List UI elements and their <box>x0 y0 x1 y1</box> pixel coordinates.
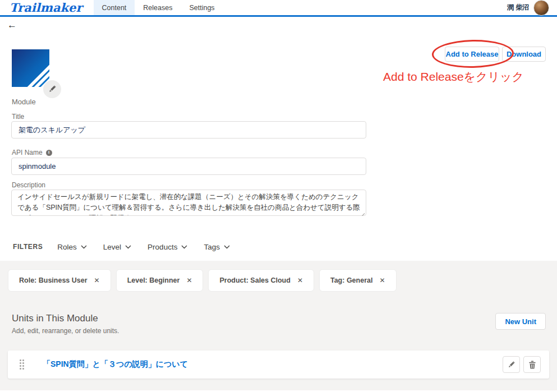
trailmaker-logo[interactable]: Trailmaker <box>0 2 94 13</box>
navbar: Trailmaker Content Releases Settings 潤 柴… <box>0 0 557 17</box>
filter-dropdown-level-label: Level <box>103 243 121 251</box>
filter-dropdown-products[interactable]: Products <box>148 243 187 251</box>
add-to-release-button[interactable]: Add to Release <box>445 47 499 62</box>
tab-releases[interactable]: Releases <box>135 0 181 15</box>
new-unit-button[interactable]: New Unit <box>495 313 546 330</box>
drag-handle-icon[interactable] <box>20 359 24 370</box>
tab-settings[interactable]: Settings <box>181 0 223 15</box>
delete-unit-button[interactable] <box>523 356 541 373</box>
chevron-down-icon <box>224 245 230 249</box>
back-arrow-icon[interactable]: ← <box>7 20 17 30</box>
filters-label: FILTERS <box>13 243 43 251</box>
units-title: Units in This Module <box>12 313 119 324</box>
chevron-down-icon <box>125 245 131 249</box>
filters-bar: FILTERS Roles Level Products Tags <box>0 233 557 261</box>
api-name-label: API Name <box>12 149 43 156</box>
title-label: Title <box>12 113 24 121</box>
lower-section: Role: Business User ✕ Level: Beginner ✕ … <box>0 261 557 390</box>
close-icon[interactable]: ✕ <box>297 276 303 284</box>
close-icon[interactable]: ✕ <box>379 276 385 284</box>
module-icon-wrap <box>12 49 49 87</box>
pencil-icon <box>48 85 57 94</box>
pencil-icon <box>507 361 515 369</box>
filter-pill-product: Product: Sales Cloud ✕ <box>208 269 314 292</box>
units-subtitle: Add, edit, rearrange, or delete units. <box>12 327 119 335</box>
navbar-spacer <box>223 0 507 15</box>
filter-dropdown-tags[interactable]: Tags <box>204 243 230 251</box>
api-name-label-row: API Name i <box>12 149 52 156</box>
description-textarea[interactable]: インサイドセールスが新規リードに架電し、潜在的な課題（ニーズ）とその解決策を導く… <box>11 190 366 216</box>
title-input[interactable] <box>11 121 366 139</box>
module-form: Module Title API Name i Description インサイ… <box>0 34 557 234</box>
info-icon[interactable]: i <box>46 150 52 156</box>
filter-pill-product-label: Product: Sales Cloud <box>219 276 290 284</box>
api-name-input[interactable] <box>11 158 366 175</box>
filter-pill-level-label: Level: Beginner <box>127 276 180 284</box>
units-header-text: Units in This Module Add, edit, rearrang… <box>12 313 119 335</box>
edit-unit-button[interactable] <box>503 356 520 373</box>
user-avatar[interactable] <box>533 0 549 16</box>
page: Trailmaker Content Releases Settings 潤 柴… <box>0 0 557 392</box>
user-name: 潤 柴沼 <box>507 3 529 12</box>
annotation-caption: Add to Releaseをクリック <box>383 69 524 85</box>
chevron-down-icon <box>181 245 187 249</box>
unit-title-link[interactable]: 「SPIN質問」と「３つの説明」について <box>43 359 188 370</box>
trash-icon <box>528 361 536 369</box>
chevron-down-icon <box>81 245 87 249</box>
filter-pills-row: Role: Business User ✕ Level: Beginner ✕ … <box>0 261 557 292</box>
close-icon[interactable]: ✕ <box>186 276 192 284</box>
module-icon <box>12 49 49 87</box>
user-menu[interactable]: 潤 柴沼 <box>507 0 557 15</box>
units-header: Units in This Module Add, edit, rearrang… <box>12 313 546 335</box>
filter-dropdown-roles-label: Roles <box>57 243 77 251</box>
tab-content[interactable]: Content <box>94 0 135 15</box>
close-icon[interactable]: ✕ <box>94 276 100 284</box>
module-type-label: Module <box>12 98 36 106</box>
filter-pill-tag-label: Tag: General <box>330 276 372 284</box>
back-row: ← <box>0 17 557 33</box>
filter-dropdown-roles[interactable]: Roles <box>57 243 87 251</box>
filter-dropdown-tags-label: Tags <box>204 243 220 251</box>
edit-module-icon-button[interactable] <box>43 80 61 98</box>
description-wrap: インサイドセールスが新規リードに架電し、潜在的な課題（ニーズ）とその解決策を導く… <box>11 190 366 218</box>
filter-pill-level: Level: Beginner ✕ <box>116 269 204 292</box>
filter-pill-role-label: Role: Business User <box>19 276 88 284</box>
download-button[interactable]: Download <box>502 47 546 62</box>
unit-row: 「SPIN質問」と「３つの説明」について <box>8 351 549 379</box>
filter-dropdown-products-label: Products <box>148 243 177 251</box>
filter-dropdown-level[interactable]: Level <box>103 243 131 251</box>
filter-pill-role: Role: Business User ✕ <box>8 269 111 292</box>
filter-pill-tag: Tag: General ✕ <box>319 269 397 292</box>
description-label: Description <box>12 181 45 189</box>
